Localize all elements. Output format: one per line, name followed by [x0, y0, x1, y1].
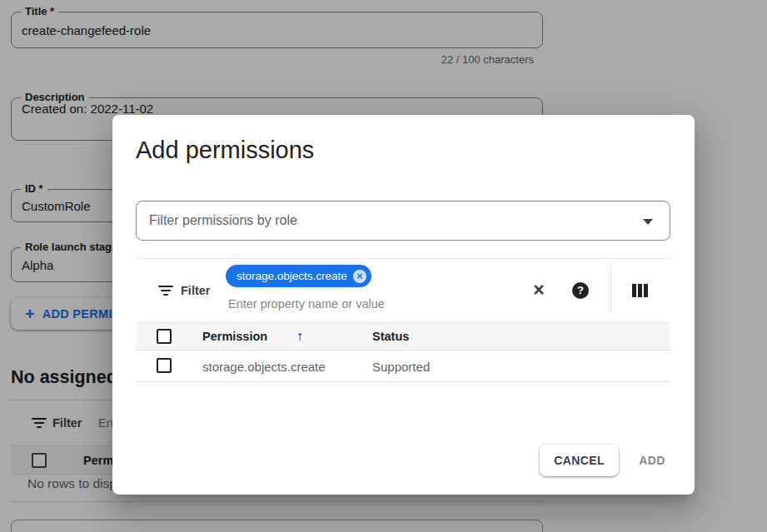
column-display-icon[interactable] — [632, 284, 648, 297]
clear-filters-icon[interactable]: × — [529, 280, 549, 300]
cancel-button[interactable]: CANCEL — [540, 445, 619, 476]
row-checkbox[interactable] — [157, 358, 172, 373]
row-status-value: Supported — [372, 359, 430, 373]
select-all-checkbox[interactable] — [157, 329, 172, 344]
dialog-title: Add permissions — [136, 137, 314, 164]
filter-permissions-by-role-select[interactable]: Filter permissions by role — [136, 201, 670, 241]
permissions-table-header: Permission ↑ Status — [136, 322, 670, 351]
role-select-placeholder: Filter permissions by role — [149, 213, 297, 228]
status-column-header[interactable]: Status — [372, 330, 409, 343]
permission-column-header[interactable]: Permission — [202, 330, 267, 343]
dropdown-arrow-icon — [643, 219, 653, 225]
filter-icon — [158, 286, 173, 296]
vertical-divider — [610, 265, 611, 313]
add-button[interactable]: ADD — [629, 445, 675, 476]
permission-table-row[interactable]: storage.objects.create Supported — [136, 351, 670, 382]
help-icon[interactable]: ? — [572, 282, 589, 299]
filter-chip-label: storage.objects.create — [237, 270, 347, 282]
modal-filter-label: Filter — [181, 284, 210, 297]
sort-ascending-icon[interactable]: ↑ — [296, 329, 303, 344]
create-role-page: Title * create-changefeed-role 22 / 100 … — [0, 0, 767, 532]
divider — [136, 258, 670, 259]
modal-filter-input[interactable] — [228, 295, 503, 313]
filter-chip[interactable]: storage.objects.create × — [226, 265, 371, 287]
row-permission-value: storage.objects.create — [202, 359, 326, 373]
chip-remove-icon[interactable]: × — [353, 270, 366, 283]
add-permissions-dialog: Add permissions Filter permissions by ro… — [112, 115, 695, 495]
